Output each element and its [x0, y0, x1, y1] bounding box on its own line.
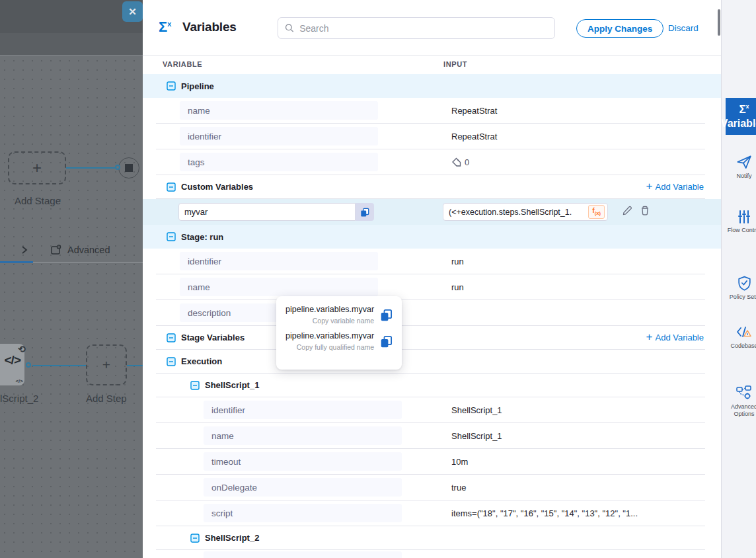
variable-name-pill: identifier — [204, 401, 402, 419]
variable-name-pill: timeout — [204, 452, 402, 471]
apply-changes-button[interactable]: Apply Changes — [576, 19, 663, 38]
canvas-subtoolbar — [0, 33, 143, 56]
plus-icon: + — [646, 180, 653, 193]
step-connector-line2 — [127, 365, 143, 366]
notify-icon — [736, 153, 753, 171]
column-input: INPUT — [443, 60, 467, 68]
code-icon: </> — [5, 353, 20, 368]
step-connector-line — [32, 365, 86, 366]
canvas-tab-row: Advanced — [0, 238, 143, 262]
search-input[interactable] — [299, 23, 548, 34]
table-row: description — [156, 300, 705, 326]
collapse-icon[interactable] — [190, 534, 200, 543]
table-header: VARIABLE INPUT — [143, 56, 721, 74]
codebase-icon — [736, 323, 753, 340]
flow-control-icon — [736, 209, 752, 225]
tags-value: 0 — [451, 157, 469, 167]
add-stage-button[interactable]: + — [8, 151, 66, 184]
canvas-toolbar — [0, 0, 143, 33]
variable-name-pill: name — [180, 278, 378, 296]
popup-subtitle: Copy fully qualified name — [285, 343, 374, 351]
sidebar-item-variables[interactable]: Σx Variables — [726, 98, 756, 135]
variables-sigma-icon: Σx — [159, 19, 171, 36]
table-row: identifier ShellScript_1 — [156, 397, 705, 423]
copy-variable-button[interactable] — [356, 203, 374, 221]
collapse-icon[interactable] — [167, 182, 176, 192]
variable-value-input[interactable]: (<+execution.steps.ShellScript_1. f(x) — [443, 203, 608, 221]
variable-name-pill: script — [204, 504, 402, 522]
sidebar-item-advanced-options[interactable]: Advanced Options — [726, 384, 756, 418]
table-row: identifier ShellScript_2 — [156, 550, 705, 558]
variable-name-pill: identifier — [180, 127, 378, 145]
popup-title: pipeline.variables.myvar — [285, 305, 374, 314]
collapse-icon[interactable] — [167, 232, 176, 241]
table-row: name ShellScript_1 — [156, 423, 705, 449]
section-pipeline[interactable]: Pipeline — [143, 74, 721, 98]
chevron-right-icon[interactable] — [20, 245, 29, 255]
policy-shield-icon — [736, 275, 753, 292]
table-row: timeout 10m — [156, 449, 705, 475]
variable-name-input[interactable] — [178, 203, 356, 221]
section-custom-variables[interactable]: Custom Variables + Add Variable — [156, 175, 705, 199]
trash-icon — [640, 205, 650, 216]
add-stage-variable-button[interactable]: + Add Variable — [646, 332, 704, 344]
copy-variable-name-item[interactable]: pipeline.variables.myvar Copy variable n… — [276, 301, 402, 328]
variable-name-pill: tags — [180, 153, 378, 171]
popup-title: pipeline.variables.myvar — [285, 331, 374, 340]
add-step-button[interactable]: + — [86, 344, 127, 385]
pipeline-canvas: ✕ + Add Stage Advanced </> </> ⟲ + lScri… — [0, 0, 143, 558]
section-execution[interactable]: Execution — [156, 350, 705, 374]
sidebar-item-flow-control[interactable]: Flow Control — [726, 209, 756, 234]
close-icon[interactable]: ✕ — [122, 1, 143, 22]
variables-sigma-icon: Σx — [739, 103, 749, 116]
pencil-icon — [621, 205, 633, 217]
scrollbar-thumb[interactable] — [718, 9, 720, 36]
collapse-icon[interactable] — [167, 81, 176, 91]
variable-name-pill: identifier — [204, 551, 402, 558]
advanced-tab-icon — [50, 244, 62, 256]
variable-name-pill: name — [204, 426, 402, 445]
add-variable-button[interactable]: + Add Variable — [646, 181, 704, 193]
copy-icon[interactable] — [380, 335, 393, 348]
expression-fx-badge[interactable]: f(x) — [588, 205, 605, 218]
edit-variable-button[interactable] — [621, 205, 633, 217]
shell-mini-icon: </> — [15, 378, 23, 384]
sidebar-item-notify[interactable]: Notify — [726, 153, 756, 180]
expression-text: (<+execution.steps.ShellScript_1. — [449, 208, 586, 217]
app-screen: { "canvas": { "add_stage": "Add Stage", … — [0, 0, 756, 558]
search-icon — [285, 23, 294, 33]
table-row: name RepeatStrat — [156, 98, 705, 124]
pipeline-end-node — [118, 157, 139, 179]
copy-fqn-item[interactable]: pipeline.variables.myvar Copy fully qual… — [276, 328, 402, 354]
copy-icon[interactable] — [380, 309, 393, 321]
sidebar-item-codebase[interactable]: Codebase — [726, 323, 756, 350]
search-box — [278, 17, 555, 39]
custom-variable-row: (<+execution.steps.ShellScript_1. f(x) — [143, 199, 721, 225]
collapse-icon[interactable] — [167, 333, 176, 342]
variable-value: items=("18", "17", "16", "15", "14", "13… — [451, 508, 638, 518]
tab-advanced[interactable]: Advanced — [67, 245, 110, 255]
collapse-icon[interactable] — [190, 381, 200, 390]
node-out-port[interactable] — [26, 362, 31, 368]
variable-value: run — [451, 257, 464, 266]
section-shellscript-2[interactable]: ShellScript_2 — [156, 526, 705, 550]
variables-table: Pipeline name RepeatStrat identifier Rep… — [156, 74, 705, 558]
section-label: Stage: run — [181, 232, 223, 242]
delete-variable-button[interactable] — [640, 205, 650, 216]
table-row: onDelegate true — [156, 475, 705, 500]
section-stage-run[interactable]: Stage: run — [143, 225, 721, 249]
section-stage-variables[interactable]: Stage Variables + Add Variable — [156, 326, 705, 350]
section-label: Stage Variables — [181, 333, 245, 342]
sidebar-item-policy-sets[interactable]: Policy Sets — [726, 275, 756, 301]
sidebar-item-label: Advanced Options — [726, 403, 756, 418]
variable-value: true — [451, 483, 466, 493]
shellscript-node-label: lScript_2 — [0, 393, 38, 404]
section-label: Custom Variables — [181, 182, 253, 192]
sidebar-item-label: Codebase — [726, 342, 756, 350]
collapse-icon[interactable] — [167, 357, 176, 366]
discard-button[interactable]: Discard — [668, 23, 699, 33]
section-label: ShellScript_1 — [205, 380, 259, 390]
table-row: identifier run — [156, 249, 705, 274]
sidebar-item-label: Policy Sets — [726, 294, 756, 301]
section-shellscript-1[interactable]: ShellScript_1 — [156, 374, 705, 397]
